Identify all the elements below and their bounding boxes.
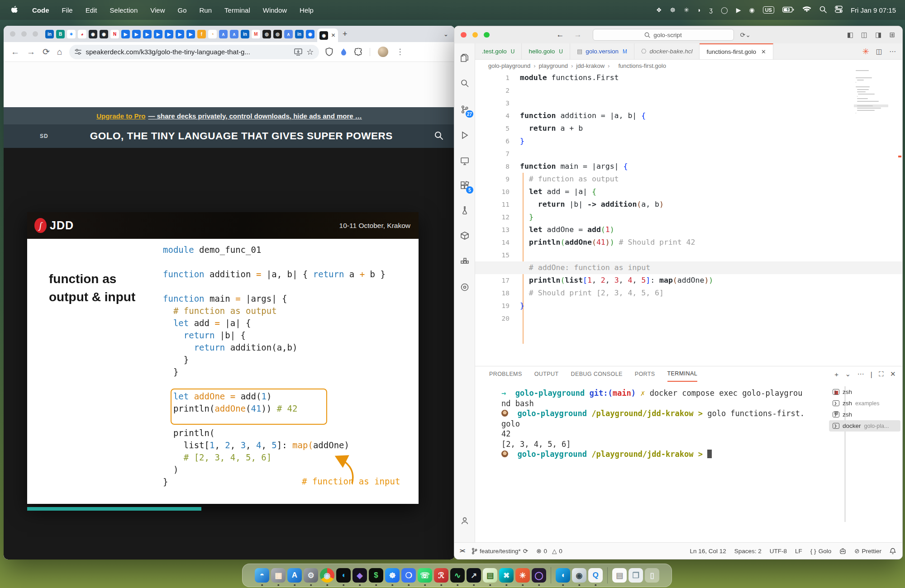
pinned-tab-18[interactable]: ∧	[230, 30, 238, 38]
minimap[interactable]	[856, 69, 887, 146]
pinned-tab-12[interactable]: ▶	[165, 30, 173, 38]
address-bar[interactable]: speakerdeck.com/k33g/golo-the-tiny-langu…	[69, 45, 319, 59]
panel-tab-debug-console[interactable]: DEBUG CONSOLE	[571, 366, 622, 382]
menu-clock[interactable]: Fri Jan 9 07:15	[851, 6, 896, 14]
ring-icon[interactable]: ◯	[721, 6, 728, 14]
nav-back-icon[interactable]: ←	[557, 30, 564, 39]
menu-item-window[interactable]: Window	[257, 6, 293, 14]
settings-sync-icon[interactable]	[454, 278, 475, 296]
dock-flare-app[interactable]: ✳	[515, 568, 530, 583]
breadcrumb-item[interactable]: playground	[539, 62, 568, 69]
golo-extension-icon[interactable]: ✳	[862, 47, 869, 57]
zap-icon[interactable]: ʒ	[709, 6, 713, 14]
presentation-slide[interactable]: ʃ JDD 10-11 October, Krakow function as …	[27, 212, 419, 504]
new-tab-button[interactable]: +	[343, 29, 348, 39]
breadcrumb[interactable]: golo-playground›playground›jdd-krakow›fu…	[475, 60, 902, 71]
dock-red-app[interactable]: ℛ	[434, 568, 448, 583]
split-editor-icon[interactable]: ◫	[876, 47, 882, 56]
menu-item-terminal[interactable]: Terminal	[218, 6, 257, 14]
flare-icon[interactable]: ✳	[684, 6, 689, 14]
pinned-tab-3[interactable]: ✶	[67, 30, 76, 38]
dock-minimized-window[interactable]: ❐	[629, 568, 643, 583]
terminal[interactable]: → golo-playground git:(main) ✗ docker co…	[501, 388, 825, 460]
toggle-panel-icon[interactable]: ◨	[875, 31, 881, 39]
notifications-bell-icon[interactable]	[890, 548, 896, 555]
pinned-tab-7[interactable]: N	[110, 30, 119, 38]
cursor-position[interactable]: Ln 16, Col 12	[690, 548, 726, 555]
dock-x-app[interactable]: ✖	[499, 568, 514, 583]
breadcrumb-item[interactable]: functions-first.golo	[618, 62, 666, 69]
forward-button[interactable]: →	[27, 47, 35, 57]
pinned-tab-13[interactable]: ▶	[176, 30, 184, 38]
prettier-item[interactable]: ⊘Prettier	[854, 547, 881, 555]
pinned-tab-4[interactable]: ◕	[78, 30, 86, 38]
panel-tab-output[interactable]: OUTPUT	[534, 366, 559, 382]
bookmark-star-icon[interactable]: ☆	[306, 47, 314, 57]
menu-item-run[interactable]: Run	[193, 6, 219, 14]
vscode-traffic-lights[interactable]	[461, 32, 490, 38]
nav-forward-icon[interactable]: →	[574, 30, 582, 39]
dock-vscode[interactable]: ◖	[556, 568, 570, 583]
run-debug-icon[interactable]	[454, 126, 475, 144]
control-center-icon[interactable]	[835, 5, 843, 14]
pinned-tab-15[interactable]: f	[197, 30, 206, 38]
panel-tab-ports[interactable]: PORTS	[635, 366, 655, 382]
pinned-tab-22[interactable]: ◎	[273, 30, 282, 38]
account-icon[interactable]	[454, 512, 475, 530]
speakerdeck-logo[interactable]: SD	[40, 133, 48, 139]
layout-refresh-icon[interactable]: ⟳⌄	[740, 31, 751, 38]
maximize-panel-icon[interactable]: ⛶	[879, 370, 884, 378]
deck-progress-bar[interactable]	[27, 507, 201, 511]
close-panel-icon[interactable]: ✕	[890, 370, 896, 378]
pinned-tab-9[interactable]: ▶	[132, 30, 141, 38]
robot-icon[interactable]	[839, 548, 846, 555]
new-terminal-icon[interactable]: +	[834, 370, 838, 378]
dock-app-store[interactable]: A	[287, 568, 302, 583]
language-mode[interactable]: { }Golo	[810, 548, 831, 555]
dock-signal[interactable]: ❍	[401, 568, 416, 583]
eol-sequence[interactable]: LF	[795, 548, 802, 555]
more-actions-icon[interactable]: ⋯	[889, 47, 896, 56]
dock-terminal-app[interactable]: $	[369, 568, 383, 583]
menu-item-code[interactable]: Code	[26, 6, 56, 14]
pinned-tab-21[interactable]: ◎	[262, 30, 271, 38]
shield-extension-icon[interactable]	[325, 47, 333, 56]
command-center-search[interactable]: golo-script	[593, 29, 734, 41]
testing-icon[interactable]	[454, 201, 475, 219]
pinned-tab-14[interactable]: ▶	[186, 30, 195, 38]
browser-active-tab[interactable]: ◉ ✕	[317, 28, 338, 42]
sync-icon[interactable]: ⟳	[523, 547, 528, 555]
install-icon[interactable]	[294, 48, 302, 56]
dock-notes-app[interactable]: ▤	[483, 568, 497, 583]
dock-system-settings[interactable]: ⚙	[304, 568, 318, 583]
dock-finder[interactable]: ◓	[255, 568, 269, 583]
pinned-tab-19[interactable]: in	[241, 30, 249, 38]
toggle-sidebar-icon[interactable]: ◧	[847, 31, 853, 39]
extensions-icon[interactable]: 5	[454, 176, 475, 194]
close-tab-icon[interactable]: ✕	[761, 48, 766, 55]
back-button[interactable]: ←	[11, 47, 19, 57]
ghost-icon[interactable]: ◗	[697, 6, 701, 14]
pinned-tab-24[interactable]: in	[295, 30, 304, 38]
containers-icon[interactable]	[454, 251, 475, 270]
dock-document[interactable]: ▤	[612, 568, 627, 583]
code-editor[interactable]: 1234567891011121314151617181920 module f…	[475, 71, 902, 366]
dock-monitor-app[interactable]: ∿	[450, 568, 465, 583]
source-control-icon[interactable]: 27	[454, 100, 475, 119]
dock-calculator[interactable]: ▦	[271, 568, 286, 583]
tab-hello.golo[interactable]: hello.goloU	[522, 43, 570, 59]
terminal-instance-zsh[interactable]: ❯zshexamples	[829, 398, 900, 409]
dock-audio-app[interactable]: ◖	[336, 568, 351, 583]
search-sidebar-icon[interactable]	[454, 74, 475, 92]
close-tab-icon[interactable]: ✕	[331, 32, 335, 38]
remote-indicator-icon[interactable]: ><	[460, 548, 464, 554]
pinned-tab-10[interactable]: ▶	[143, 30, 152, 38]
pinned-tab-11[interactable]: ▶	[154, 30, 162, 38]
dock-chrome[interactable]: ◉	[320, 568, 334, 583]
menu-item-go[interactable]: Go	[171, 6, 193, 14]
encoding[interactable]: UTF-8	[770, 548, 787, 555]
keyboard-layout-badge[interactable]: US	[763, 6, 774, 14]
pinned-tab-2[interactable]: B	[56, 30, 65, 38]
docker-icon[interactable]: ☸	[670, 6, 676, 14]
breadcrumb-item[interactable]: golo-playground	[488, 62, 530, 69]
